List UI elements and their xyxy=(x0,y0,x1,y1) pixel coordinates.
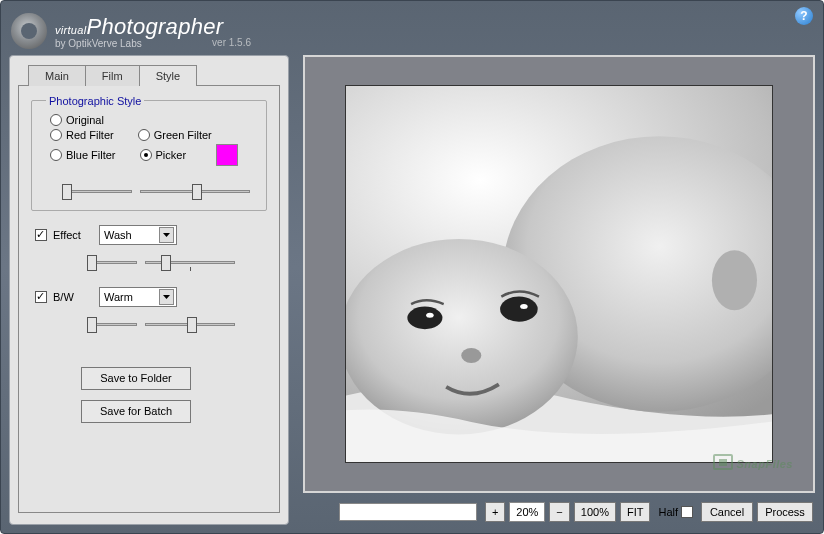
svg-marker-0 xyxy=(163,233,170,237)
save-for-batch-button[interactable]: Save for Batch xyxy=(81,400,191,423)
help-icon[interactable]: ? xyxy=(795,7,813,25)
slider-track xyxy=(62,190,132,193)
preview-image[interactable] xyxy=(345,85,773,463)
radio-red-filter[interactable]: Red Filter xyxy=(50,129,114,141)
tab-bar: Main Film Style xyxy=(28,65,280,86)
svg-point-9 xyxy=(461,348,481,363)
save-to-folder-button[interactable]: Save to Folder xyxy=(81,367,191,390)
app-window: virtualPhotographer by OptikVerve Labs v… xyxy=(0,0,824,534)
color-picker-swatch[interactable] xyxy=(216,144,238,166)
svg-point-7 xyxy=(426,313,434,318)
watermark-text: SnapFiles xyxy=(737,458,793,470)
effect-slider-a[interactable] xyxy=(87,253,137,273)
radio-dot-icon xyxy=(50,129,62,141)
bw-row: B/W Warm xyxy=(35,287,267,307)
radio-dot-icon xyxy=(50,149,62,161)
select-value: Warm xyxy=(104,291,159,303)
radio-dot-icon xyxy=(50,114,62,126)
app-title: virtualPhotographer xyxy=(55,14,223,40)
effect-slider-b[interactable] xyxy=(145,253,235,273)
svg-point-8 xyxy=(520,304,528,309)
zoom-value: 20% xyxy=(509,502,545,522)
radio-picker[interactable]: Picker xyxy=(140,149,187,161)
effect-row: Effect Wash xyxy=(35,225,267,245)
left-panel: Main Film Style Photographic Style Origi… xyxy=(9,55,289,525)
chevron-down-icon xyxy=(159,289,174,305)
svg-marker-1 xyxy=(163,295,170,299)
watermark-icon xyxy=(713,454,733,470)
tab-style[interactable]: Style xyxy=(139,65,197,86)
half-option: Half xyxy=(658,506,693,518)
half-checkbox[interactable] xyxy=(681,506,693,518)
bw-label: B/W xyxy=(53,291,93,303)
title-block: virtualPhotographer by OptikVerve Labs xyxy=(55,14,223,49)
zoom-out-button[interactable]: − xyxy=(549,502,569,522)
slider-track xyxy=(145,261,235,264)
fieldset-legend: Photographic Style xyxy=(46,95,144,107)
svg-point-10 xyxy=(712,250,757,310)
tab-main[interactable]: Main xyxy=(28,65,86,86)
radio-original[interactable]: Original xyxy=(50,114,104,126)
effect-label: Effect xyxy=(53,229,93,241)
tab-content: Photographic Style Original Red Filter G… xyxy=(18,85,280,513)
effect-checkbox[interactable] xyxy=(35,229,47,241)
bw-slider-a[interactable] xyxy=(87,315,137,335)
save-buttons: Save to Folder Save for Batch xyxy=(81,367,267,423)
slider-thumb[interactable] xyxy=(62,184,72,200)
radio-green-filter[interactable]: Green Filter xyxy=(138,129,212,141)
radio-dot-icon xyxy=(138,129,150,141)
bw-checkbox[interactable] xyxy=(35,291,47,303)
select-value: Wash xyxy=(104,229,159,241)
cancel-button[interactable]: Cancel xyxy=(701,502,753,522)
version-label: ver 1.5.6 xyxy=(212,37,251,48)
bottom-toolbar: + 20% − 100% FIT Half Cancel Process xyxy=(303,499,815,525)
zoom-100-button[interactable]: 100% xyxy=(574,502,616,522)
slider-thumb[interactable] xyxy=(87,255,97,271)
watermark: SnapFiles xyxy=(713,450,793,473)
title-main: Photographer xyxy=(86,14,223,39)
tab-film[interactable]: Film xyxy=(85,65,140,86)
svg-point-4 xyxy=(346,239,578,435)
slider-thumb[interactable] xyxy=(192,184,202,200)
style-slider-b[interactable] xyxy=(140,182,250,202)
slider-thumb[interactable] xyxy=(161,255,171,271)
effect-select[interactable]: Wash xyxy=(99,225,177,245)
radio-label: Blue Filter xyxy=(66,149,116,161)
svg-point-6 xyxy=(500,297,538,322)
svg-point-5 xyxy=(407,307,442,330)
preview-frame: SnapFiles xyxy=(303,55,815,493)
bw-select[interactable]: Warm xyxy=(99,287,177,307)
radio-label: Red Filter xyxy=(66,129,114,141)
progress-bar xyxy=(339,503,477,521)
header: virtualPhotographer by OptikVerve Labs xyxy=(1,1,823,55)
zoom-fit-button[interactable]: FIT xyxy=(620,502,651,522)
radio-label: Picker xyxy=(156,149,187,161)
zoom-in-button[interactable]: + xyxy=(485,502,505,522)
body: Main Film Style Photographic Style Origi… xyxy=(1,55,823,533)
radio-label: Green Filter xyxy=(154,129,212,141)
radio-blue-filter[interactable]: Blue Filter xyxy=(50,149,116,161)
radio-dot-icon xyxy=(140,149,152,161)
style-slider-a[interactable] xyxy=(62,182,132,202)
slider-tick xyxy=(190,267,191,271)
slider-thumb[interactable] xyxy=(87,317,97,333)
bw-slider-b[interactable] xyxy=(145,315,235,335)
process-button[interactable]: Process xyxy=(757,502,813,522)
right-area: SnapFiles + 20% − 100% FIT Half Cancel P… xyxy=(289,55,815,525)
photographic-style-group: Photographic Style Original Red Filter G… xyxy=(31,100,267,211)
slider-thumb[interactable] xyxy=(187,317,197,333)
chevron-down-icon xyxy=(159,227,174,243)
radio-label: Original xyxy=(66,114,104,126)
half-label: Half xyxy=(658,506,678,518)
app-logo-icon xyxy=(11,13,47,49)
title-prefix: virtual xyxy=(55,24,86,36)
